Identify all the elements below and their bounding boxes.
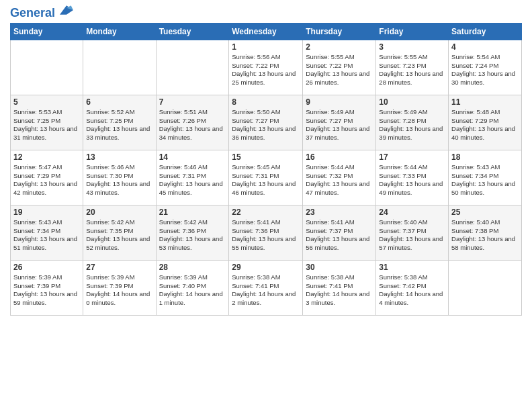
day-info: Sunrise: 5:44 AMSunset: 7:32 PMDaylight:…	[306, 163, 373, 197]
day-number: 21	[159, 208, 226, 217]
day-number: 17	[379, 152, 445, 162]
day-info: Sunrise: 5:42 AMSunset: 7:36 PMDaylight:…	[159, 218, 226, 253]
weekday-header-tuesday: Tuesday	[156, 23, 229, 40]
day-cell: 15 Sunrise: 5:45 AMSunset: 7:31 PMDaylig…	[229, 150, 303, 205]
day-cell: 19 Sunrise: 5:43 AMSunset: 7:34 PMDaylig…	[11, 205, 83, 260]
weekday-header-wednesday: Wednesday	[229, 23, 303, 40]
day-number: 11	[451, 97, 519, 107]
week-row-1: 5 Sunrise: 5:53 AMSunset: 7:25 PMDayligh…	[11, 95, 522, 150]
weekday-header-saturday: Saturday	[449, 23, 522, 40]
weekday-header-monday: Monday	[83, 23, 156, 40]
day-number: 28	[159, 263, 226, 272]
day-number: 20	[86, 208, 152, 217]
day-cell: 23 Sunrise: 5:41 AMSunset: 7:37 PMDaylig…	[303, 205, 376, 260]
day-cell: 30 Sunrise: 5:38 AMSunset: 7:41 PMDaylig…	[303, 260, 376, 315]
weekday-header-sunday: Sunday	[11, 23, 83, 40]
day-cell: 17 Sunrise: 5:44 AMSunset: 7:33 PMDaylig…	[376, 150, 449, 205]
day-cell: 18 Sunrise: 5:43 AMSunset: 7:34 PMDaylig…	[449, 150, 522, 205]
day-info: Sunrise: 5:39 AMSunset: 7:39 PMDaylight:…	[86, 273, 152, 308]
day-number: 14	[159, 152, 226, 162]
day-number: 7	[159, 97, 226, 107]
day-cell: 7 Sunrise: 5:51 AMSunset: 7:26 PMDayligh…	[156, 95, 229, 150]
day-info: Sunrise: 5:38 AMSunset: 7:42 PMDaylight:…	[379, 273, 445, 308]
day-info: Sunrise: 5:42 AMSunset: 7:35 PMDaylight:…	[86, 218, 152, 253]
day-cell: 13 Sunrise: 5:46 AMSunset: 7:30 PMDaylig…	[83, 150, 156, 205]
day-info: Sunrise: 5:39 AMSunset: 7:39 PMDaylight:…	[13, 273, 80, 308]
day-number: 31	[379, 263, 445, 272]
day-number: 16	[306, 152, 373, 162]
day-info: Sunrise: 5:55 AMSunset: 7:23 PMDaylight:…	[379, 53, 445, 87]
day-info: Sunrise: 5:52 AMSunset: 7:25 PMDaylight:…	[86, 108, 152, 142]
day-cell: 28 Sunrise: 5:39 AMSunset: 7:40 PMDaylig…	[156, 260, 229, 315]
day-info: Sunrise: 5:49 AMSunset: 7:27 PMDaylight:…	[306, 108, 373, 142]
day-number: 6	[86, 97, 152, 107]
weekday-header-thursday: Thursday	[303, 23, 376, 40]
day-info: Sunrise: 5:38 AMSunset: 7:41 PMDaylight:…	[232, 273, 300, 308]
day-cell: 31 Sunrise: 5:38 AMSunset: 7:42 PMDaylig…	[376, 260, 449, 315]
day-cell: 20 Sunrise: 5:42 AMSunset: 7:35 PMDaylig…	[83, 205, 156, 260]
day-info: Sunrise: 5:47 AMSunset: 7:29 PMDaylight:…	[13, 163, 80, 197]
day-number: 22	[232, 208, 300, 217]
day-cell: 25 Sunrise: 5:40 AMSunset: 7:38 PMDaylig…	[449, 205, 522, 260]
day-info: Sunrise: 5:50 AMSunset: 7:27 PMDaylight:…	[232, 108, 300, 142]
day-number: 27	[86, 263, 152, 272]
day-number: 8	[232, 97, 300, 107]
day-number: 9	[306, 97, 373, 107]
weekday-header-friday: Friday	[376, 23, 449, 40]
day-cell: 14 Sunrise: 5:46 AMSunset: 7:31 PMDaylig…	[156, 150, 229, 205]
logo-text: General	[10, 7, 73, 20]
day-number: 18	[451, 152, 519, 162]
day-cell: 2 Sunrise: 5:55 AMSunset: 7:22 PMDayligh…	[303, 40, 376, 95]
day-info: Sunrise: 5:49 AMSunset: 7:28 PMDaylight:…	[379, 108, 445, 142]
day-cell	[156, 40, 229, 95]
day-info: Sunrise: 5:55 AMSunset: 7:22 PMDaylight:…	[306, 53, 373, 87]
day-number: 2	[306, 42, 373, 52]
day-number: 13	[86, 152, 152, 162]
day-cell: 5 Sunrise: 5:53 AMSunset: 7:25 PMDayligh…	[11, 95, 83, 150]
day-cell: 21 Sunrise: 5:42 AMSunset: 7:36 PMDaylig…	[156, 205, 229, 260]
day-number: 23	[306, 208, 373, 217]
day-number: 1	[232, 42, 300, 52]
day-number: 12	[13, 152, 80, 162]
day-cell	[83, 40, 156, 95]
day-number: 3	[379, 42, 445, 52]
week-row-2: 12 Sunrise: 5:47 AMSunset: 7:29 PMDaylig…	[11, 150, 522, 205]
day-cell: 9 Sunrise: 5:49 AMSunset: 7:27 PMDayligh…	[303, 95, 376, 150]
week-row-0: 1 Sunrise: 5:56 AMSunset: 7:22 PMDayligh…	[11, 40, 522, 95]
day-number: 10	[379, 97, 445, 107]
day-cell	[449, 260, 522, 315]
day-cell: 11 Sunrise: 5:48 AMSunset: 7:29 PMDaylig…	[449, 95, 522, 150]
day-cell: 6 Sunrise: 5:52 AMSunset: 7:25 PMDayligh…	[83, 95, 156, 150]
day-cell: 26 Sunrise: 5:39 AMSunset: 7:39 PMDaylig…	[11, 260, 83, 315]
day-cell: 24 Sunrise: 5:40 AMSunset: 7:37 PMDaylig…	[376, 205, 449, 260]
week-row-4: 26 Sunrise: 5:39 AMSunset: 7:39 PMDaylig…	[11, 260, 522, 315]
day-info: Sunrise: 5:53 AMSunset: 7:25 PMDaylight:…	[13, 108, 80, 142]
day-info: Sunrise: 5:54 AMSunset: 7:24 PMDaylight:…	[451, 53, 519, 87]
day-cell: 8 Sunrise: 5:50 AMSunset: 7:27 PMDayligh…	[229, 95, 303, 150]
day-info: Sunrise: 5:43 AMSunset: 7:34 PMDaylight:…	[451, 163, 519, 197]
logo-icon	[60, 3, 73, 17]
day-cell: 12 Sunrise: 5:47 AMSunset: 7:29 PMDaylig…	[11, 150, 83, 205]
day-number: 30	[306, 263, 373, 272]
day-info: Sunrise: 5:44 AMSunset: 7:33 PMDaylight:…	[379, 163, 445, 197]
day-info: Sunrise: 5:43 AMSunset: 7:34 PMDaylight:…	[13, 218, 80, 253]
day-info: Sunrise: 5:38 AMSunset: 7:41 PMDaylight:…	[306, 273, 373, 308]
day-info: Sunrise: 5:46 AMSunset: 7:31 PMDaylight:…	[159, 163, 226, 197]
day-cell: 10 Sunrise: 5:49 AMSunset: 7:28 PMDaylig…	[376, 95, 449, 150]
day-number: 5	[13, 97, 80, 107]
day-info: Sunrise: 5:39 AMSunset: 7:40 PMDaylight:…	[159, 273, 226, 308]
day-info: Sunrise: 5:41 AMSunset: 7:37 PMDaylight:…	[306, 218, 373, 253]
day-number: 4	[451, 42, 519, 52]
day-info: Sunrise: 5:56 AMSunset: 7:22 PMDaylight:…	[232, 53, 300, 87]
page: General SundayMondayTuesdayWednesdayThur…	[0, 0, 532, 411]
day-cell: 3 Sunrise: 5:55 AMSunset: 7:23 PMDayligh…	[376, 40, 449, 95]
day-info: Sunrise: 5:41 AMSunset: 7:36 PMDaylight:…	[232, 218, 300, 253]
day-number: 26	[13, 263, 80, 272]
day-cell	[11, 40, 83, 95]
weekday-header-row: SundayMondayTuesdayWednesdayThursdayFrid…	[11, 23, 522, 40]
calendar-table: SundayMondayTuesdayWednesdayThursdayFrid…	[10, 23, 522, 316]
day-info: Sunrise: 5:48 AMSunset: 7:29 PMDaylight:…	[451, 108, 519, 142]
logo: General	[10, 7, 73, 17]
week-row-3: 19 Sunrise: 5:43 AMSunset: 7:34 PMDaylig…	[11, 205, 522, 260]
day-cell: 29 Sunrise: 5:38 AMSunset: 7:41 PMDaylig…	[229, 260, 303, 315]
